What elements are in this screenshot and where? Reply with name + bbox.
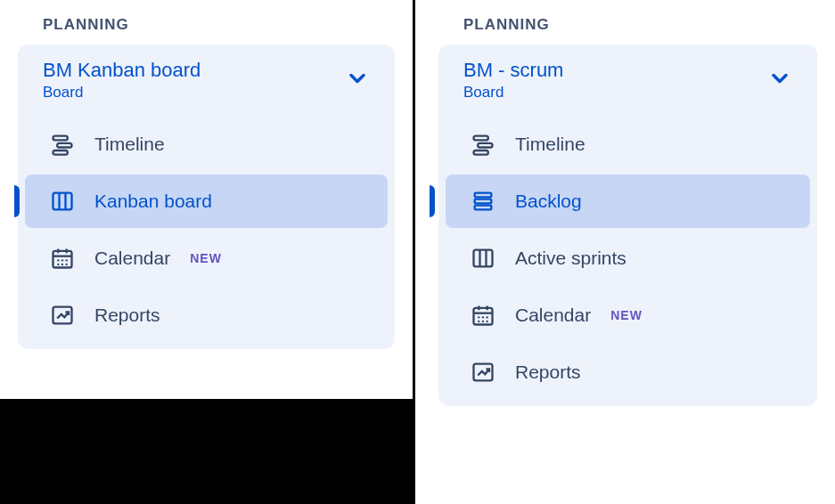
nav-label: Reports	[94, 305, 160, 326]
chevron-down-icon	[345, 66, 370, 95]
sidebar-card-right: BM - scrum Board Timeline Backlog Active…	[438, 45, 817, 406]
reports-icon	[471, 360, 495, 385]
board-selector[interactable]: BM Kanban board Board	[18, 55, 395, 114]
nav-item-kanban-board[interactable]: Kanban board	[25, 175, 388, 228]
board-icon	[471, 246, 495, 271]
black-strip	[0, 399, 413, 504]
nav-label: Kanban board	[94, 191, 212, 212]
board-subtitle: Board	[43, 84, 201, 102]
timeline-icon	[50, 132, 75, 157]
board-title: BM - scrum	[463, 59, 563, 82]
board-title: BM Kanban board	[43, 59, 201, 82]
nav-item-calendar[interactable]: Calendar NEW	[446, 289, 810, 342]
nav-label: Timeline	[515, 134, 585, 155]
nav-item-active-sprints[interactable]: Active sprints	[446, 232, 810, 285]
sidebar-card-left: BM Kanban board Board Timeline Kanban bo…	[18, 45, 395, 349]
nav-item-reports[interactable]: Reports	[446, 345, 810, 399]
nav-label: Active sprints	[515, 248, 626, 269]
section-label-left: PLANNING	[0, 0, 413, 45]
nav-item-reports[interactable]: Reports	[25, 289, 388, 342]
nav-item-timeline[interactable]: Timeline	[446, 118, 810, 171]
nav-label: Calendar	[515, 305, 591, 326]
reports-icon	[50, 303, 75, 328]
section-label-right: PLANNING	[415, 0, 835, 45]
board-icon	[50, 189, 75, 214]
new-badge: NEW	[190, 251, 222, 265]
board-selector[interactable]: BM - scrum Board	[438, 55, 817, 114]
nav-item-calendar[interactable]: Calendar NEW	[25, 232, 388, 285]
backlog-icon	[471, 189, 495, 214]
nav-label: Timeline	[94, 134, 165, 155]
nav-item-backlog[interactable]: Backlog	[446, 175, 810, 228]
timeline-icon	[471, 132, 495, 157]
nav-item-timeline[interactable]: Timeline	[25, 118, 388, 171]
board-subtitle: Board	[463, 84, 563, 102]
calendar-icon	[50, 246, 75, 271]
calendar-icon	[471, 303, 495, 328]
new-badge: NEW	[610, 308, 643, 322]
chevron-down-icon	[767, 66, 792, 95]
nav-label: Reports	[515, 362, 581, 383]
nav-label: Backlog	[515, 191, 582, 212]
nav-label: Calendar	[94, 248, 170, 269]
